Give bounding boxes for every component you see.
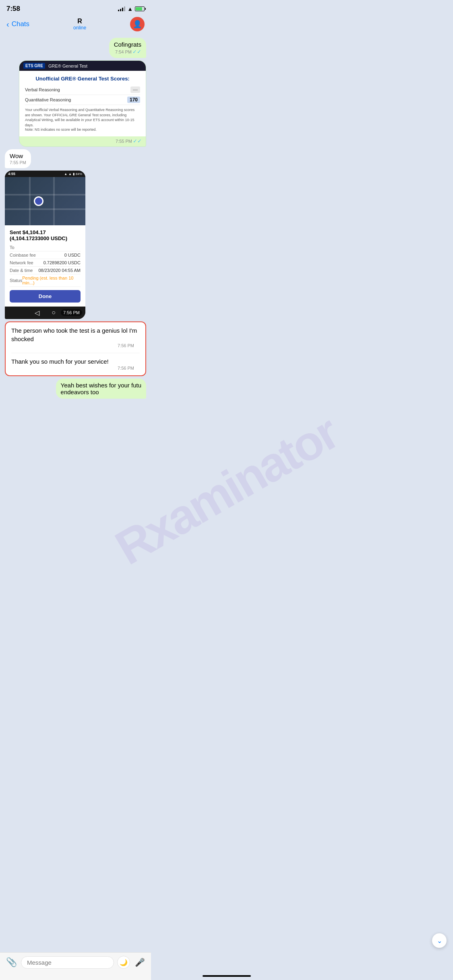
status-row: Status Pending (est. less than 10 min...… bbox=[10, 274, 81, 287]
transaction-details: Sent $4,104.17 (4,104.17233000 USDC) To … bbox=[5, 225, 85, 307]
ss-wifi-icon: ▲ bbox=[68, 172, 72, 176]
received-message-wow: Wow 7:55 PM bbox=[5, 149, 146, 168]
transaction-to-row: To bbox=[10, 244, 81, 251]
sent-message-1: Cofingrats 7:54 PM ✓✓ bbox=[5, 38, 146, 58]
gre-verbal-value: — bbox=[130, 86, 140, 93]
screenshot-time-overlay: 7:56 PM bbox=[61, 309, 82, 316]
received-message-screenshot: 4:55 ▲ ▲ ▮ 84% bbox=[5, 171, 146, 319]
screenshot-status-icons: ▲ ▲ ▮ 84% bbox=[64, 172, 82, 176]
network-fee-row: Network fee 0.72898200 USDC bbox=[10, 259, 81, 267]
partial-text-1: Yeah best wishes for your futu bbox=[61, 382, 141, 389]
gre-checkmarks-icon: ✓✓ bbox=[133, 138, 142, 144]
status-label: Status bbox=[10, 278, 22, 283]
gre-quant-label: Quantitative Reasoning bbox=[25, 97, 71, 102]
avatar-icon: 👤 bbox=[133, 20, 142, 29]
ss-battery-icon: ▮ bbox=[73, 172, 74, 176]
battery-icon bbox=[135, 6, 145, 11]
coinbase-fee-row: Coinbase fee 0 USDC bbox=[10, 251, 81, 259]
gre-content: Unofficial GRE® General Test Scores: Ver… bbox=[19, 71, 146, 136]
highlighted-message-1: The person who took the test is a genius… bbox=[6, 322, 145, 353]
map-location-dot bbox=[34, 196, 43, 206]
ss-home-icon: ○ bbox=[52, 309, 56, 317]
contact-status: online bbox=[73, 25, 86, 31]
screenshot-map bbox=[5, 177, 85, 225]
gre-note: Note: NS indicates no score will be repo… bbox=[25, 128, 140, 132]
coinbase-screenshot-bubble: 4:55 ▲ ▲ ▮ 84% bbox=[5, 171, 85, 319]
status-value: Pending (est. less than 10 min...) bbox=[22, 276, 81, 285]
msg-time-wow: 7:55 PM bbox=[10, 160, 26, 165]
network-fee-label: Network fee bbox=[10, 260, 33, 265]
coinbase-fee-value: 0 USDC bbox=[64, 253, 81, 257]
screenshot-time-small: 4:55 bbox=[8, 172, 15, 176]
bubble-partial: Yeah best wishes for your futu endeavors… bbox=[56, 379, 146, 399]
network-fee-value: 0.72898200 USDC bbox=[43, 260, 81, 265]
gre-header: ETS GRE GRE® General Test bbox=[19, 61, 146, 71]
highlighted-time-1: 7:56 PM bbox=[11, 343, 140, 351]
msg-text-cofingrats: Cofingrats bbox=[114, 41, 141, 48]
datetime-value: 08/23/2020 04:55 AM bbox=[38, 268, 81, 273]
highlighted-messages-box: The person who took the test is a genius… bbox=[5, 321, 146, 376]
nav-center: R online bbox=[73, 18, 86, 31]
status-time: 7:58 bbox=[6, 5, 20, 13]
highlighted-text-1: The person who took the test is a genius… bbox=[11, 326, 140, 343]
sent-message-gre: ETS GRE GRE® General Test Unofficial GRE… bbox=[5, 60, 146, 147]
datetime-label: Date & time bbox=[10, 268, 33, 273]
avatar[interactable]: 👤 bbox=[130, 17, 145, 31]
nav-bar: ‹ Chats R online 👤 bbox=[0, 14, 151, 35]
gre-verbal-row: Verbal Reasoning — bbox=[25, 85, 140, 95]
status-icons: ▲ bbox=[118, 6, 145, 12]
highlighted-message-2: Thank you so much for your service! 7:56… bbox=[6, 353, 145, 375]
datetime-row: Date & time 08/23/2020 04:55 AM bbox=[10, 267, 81, 274]
back-button[interactable]: ‹ Chats bbox=[6, 20, 29, 29]
gre-quant-row: Quantitative Reasoning 170 bbox=[25, 95, 140, 105]
partial-sent-message: Yeah best wishes for your futu endeavors… bbox=[5, 379, 146, 399]
checkmarks-icon: ✓✓ bbox=[132, 49, 141, 55]
highlighted-text-2: Thank you so much for your service! bbox=[11, 357, 140, 366]
gre-quant-value: 170 bbox=[127, 97, 140, 103]
chat-area: Cofingrats 7:54 PM ✓✓ ETS GRE GRE® Gener… bbox=[0, 35, 151, 404]
highlighted-time-2: 7:56 PM bbox=[11, 366, 140, 374]
gre-time: 7:55 PM ✓✓ bbox=[19, 136, 146, 146]
status-bar: 7:58 ▲ bbox=[0, 0, 151, 14]
gre-logo: ETS GRE bbox=[23, 63, 45, 69]
msg-time-cofingrats: 7:54 PM ✓✓ bbox=[114, 49, 141, 55]
ss-back-icon: ◁ bbox=[35, 309, 39, 317]
done-button[interactable]: Done bbox=[10, 290, 81, 303]
ss-signal-icon: ▲ bbox=[64, 172, 67, 176]
back-label: Chats bbox=[12, 20, 29, 28]
gre-verbal-label: Verbal Reasoning bbox=[25, 87, 60, 92]
screenshot-status-bar: 4:55 ▲ ▲ ▮ 84% bbox=[5, 171, 85, 177]
to-label: To bbox=[10, 245, 14, 250]
msg-text-wow: Wow bbox=[10, 152, 26, 159]
contact-name: R bbox=[77, 18, 82, 25]
bubble-wow: Wow 7:55 PM bbox=[5, 149, 31, 168]
partial-text-2: endeavors too bbox=[61, 389, 141, 395]
gre-header-title: GRE® General Test bbox=[48, 64, 87, 68]
transaction-title: Sent $4,104.17 (4,104.17233000 USDC) bbox=[10, 229, 81, 241]
coinbase-fee-label: Coinbase fee bbox=[10, 253, 36, 257]
gre-screenshot-bubble: ETS GRE GRE® General Test Unofficial GRE… bbox=[19, 60, 146, 147]
gre-main-title: Unofficial GRE® General Test Scores: bbox=[25, 76, 140, 82]
bubble-cofingrats: Cofingrats 7:54 PM ✓✓ bbox=[109, 38, 146, 58]
wifi-icon: ▲ bbox=[127, 6, 133, 12]
gre-footer-text: Your unofficial Verbal Reasoning and Qua… bbox=[25, 107, 140, 128]
signal-icon bbox=[118, 6, 125, 11]
screenshot-inner: 4:55 ▲ ▲ ▮ 84% bbox=[5, 171, 85, 319]
back-chevron-icon: ‹ bbox=[6, 20, 9, 29]
